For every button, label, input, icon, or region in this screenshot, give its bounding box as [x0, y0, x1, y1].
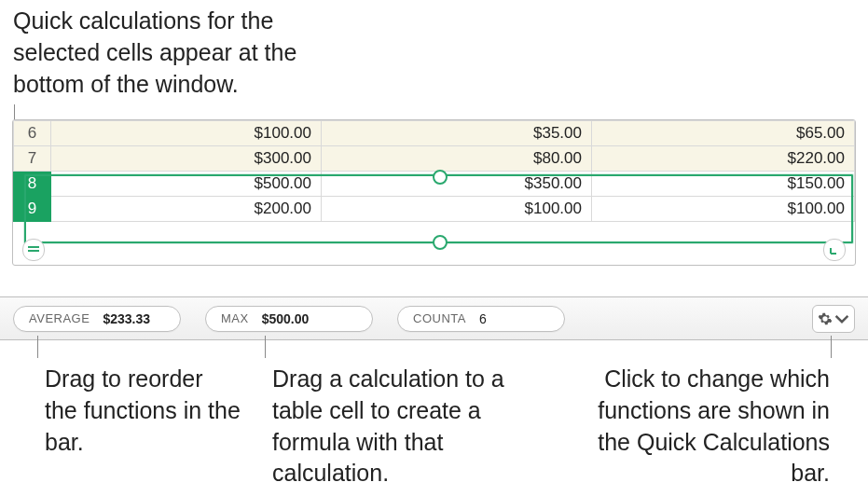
- cell[interactable]: $80.00: [322, 146, 592, 172]
- cell[interactable]: $350.00: [322, 172, 592, 197]
- spreadsheet-area[interactable]: 6$100.00$35.00$65.007$300.00$80.00$220.0…: [12, 119, 856, 266]
- callout-drag-to-cell: Drag a calculation to a table cell to cr…: [272, 364, 533, 489]
- add-rows-button[interactable]: [22, 239, 45, 261]
- row-header[interactable]: 6: [14, 121, 51, 146]
- callout-quick-calc-top: Quick calculations for the selected cell…: [13, 6, 330, 100]
- calc-pill-max[interactable]: MAX $500.00: [205, 306, 373, 332]
- calc-pill-counta[interactable]: COUNTA 6: [397, 306, 565, 332]
- quick-calculations-bar: AVERAGE $233.33 MAX $500.00 COUNTA 6: [0, 296, 868, 340]
- chevron-down-icon: [834, 311, 849, 326]
- calc-settings-button[interactable]: [812, 305, 855, 333]
- rows-icon: [28, 245, 39, 255]
- svg-rect-1: [28, 250, 39, 252]
- cell[interactable]: $100.00: [322, 197, 592, 222]
- callout-leader: [831, 336, 832, 358]
- cell[interactable]: $65.00: [592, 121, 855, 146]
- cell[interactable]: $100.00: [51, 121, 322, 146]
- callout-leader: [37, 336, 38, 358]
- calc-pill-average[interactable]: AVERAGE $233.33: [13, 306, 181, 332]
- callout-gear: Click to change which functions are show…: [587, 364, 830, 489]
- calc-label: COUNTA: [413, 311, 466, 325]
- spreadsheet-table[interactable]: 6$100.00$35.00$65.007$300.00$80.00$220.0…: [13, 120, 855, 222]
- table-row[interactable]: 7$300.00$80.00$220.00: [14, 146, 855, 172]
- cell[interactable]: $220.00: [592, 146, 855, 172]
- calc-label: AVERAGE: [29, 311, 90, 325]
- svg-rect-0: [28, 246, 39, 248]
- row-header[interactable]: 7: [14, 146, 51, 172]
- table-row[interactable]: 6$100.00$35.00$65.00: [14, 121, 855, 146]
- calc-value: $233.33: [103, 311, 150, 326]
- calc-label: MAX: [221, 311, 249, 325]
- calc-value: 6: [479, 311, 487, 326]
- cell[interactable]: $150.00: [592, 172, 855, 197]
- add-columns-button[interactable]: [823, 239, 846, 261]
- row-header[interactable]: 8: [14, 172, 51, 197]
- row-header[interactable]: 9: [14, 197, 51, 222]
- table-row[interactable]: 9$200.00$100.00$100.00: [14, 197, 855, 222]
- corner-icon: [829, 244, 840, 255]
- cell[interactable]: $200.00: [51, 197, 322, 222]
- cell[interactable]: $35.00: [322, 121, 592, 146]
- callout-leader: [265, 336, 266, 358]
- cell[interactable]: $500.00: [51, 172, 322, 197]
- table-row[interactable]: 8$500.00$350.00$150.00: [14, 172, 855, 197]
- calc-value: $500.00: [262, 311, 310, 326]
- selection-handle-bottom[interactable]: [433, 235, 448, 250]
- gear-icon: [818, 311, 833, 326]
- callout-drag-reorder: Drag to reorder the functions in the bar…: [45, 364, 241, 458]
- cell[interactable]: $100.00: [592, 197, 855, 222]
- cell[interactable]: $300.00: [51, 146, 322, 172]
